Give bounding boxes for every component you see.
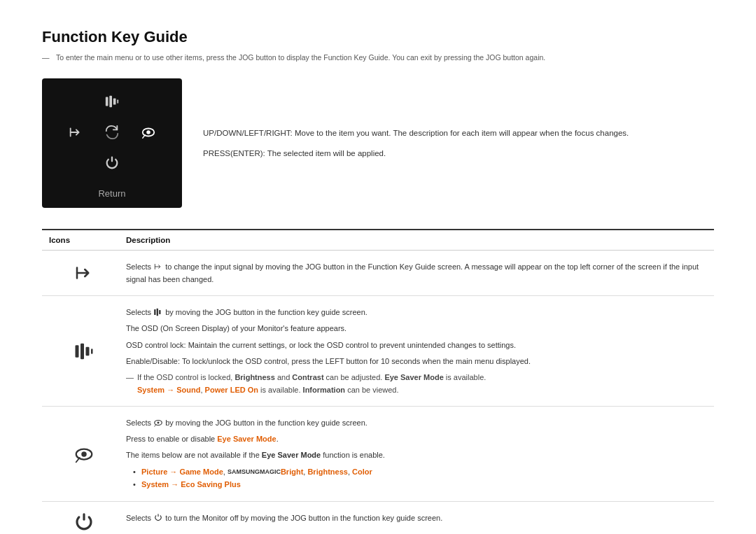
desc-eye-2: Press to enable or disable Eye Saver Mod… [126, 433, 707, 445]
icon-cell-input [42, 251, 126, 296]
desc-input: Selects to change the input signal by mo… [126, 251, 714, 296]
eye-saver-icon [49, 444, 119, 465]
top-section: Return UP/DOWN/LEFT/RIGHT: Move to the i… [42, 78, 714, 208]
jog-slot-empty-1 [63, 89, 88, 114]
jog-rotate-icon [99, 120, 125, 145]
desc-osd-1: Selects by moving the JOG button in the … [126, 306, 707, 318]
svg-rect-3 [117, 99, 118, 104]
jog-diagram: Return [42, 78, 182, 208]
desc-osd-2: The OSD (On Screen Display) of your Moni… [126, 322, 707, 335]
bullet-item-2: System → Eco Saving Plus [133, 478, 707, 491]
desc-osd: Selects by moving the JOG button in the … [126, 296, 714, 407]
col-icons: Icons [42, 230, 126, 251]
instruction-line2: PRESS(ENTER): The selected item will be … [203, 147, 714, 160]
page-subtitle: To enter the main menu or to use other i… [42, 53, 714, 62]
svg-rect-7 [80, 343, 84, 359]
desc-power: Selects to turn the Monitor off by movin… [126, 501, 714, 534]
inline-power-icon [153, 513, 163, 523]
jog-icons-grid [59, 87, 165, 177]
instructions: UP/DOWN/LEFT/RIGHT: Move to the item you… [203, 78, 714, 208]
table-row: Selects by moving the JOG button in the … [42, 296, 714, 407]
desc-eye-1: Selects by moving the JOG button in the … [126, 416, 707, 429]
svg-point-16 [158, 422, 160, 424]
svg-rect-12 [159, 310, 160, 314]
desc-eye-3: The items below are not available if the… [126, 449, 707, 461]
page-title: Function Key Guide [42, 28, 714, 46]
svg-rect-9 [91, 349, 93, 354]
bullet-item-1: Picture → Game Mode, SAMSUNGMAGICBright,… [133, 465, 707, 479]
jog-slot-empty-3 [63, 150, 88, 176]
svg-rect-10 [154, 309, 155, 315]
icon-cell-eye [42, 407, 126, 502]
inline-eye-icon [153, 418, 163, 428]
svg-rect-11 [157, 309, 158, 316]
table-row: Selects to change the input signal by mo… [42, 251, 714, 296]
inline-input-icon [153, 262, 163, 272]
svg-rect-8 [86, 346, 90, 356]
desc-power-text: Selects to turn the Monitor off by movin… [126, 512, 707, 524]
desc-input-text: Selects to change the input signal by mo… [126, 260, 707, 286]
desc-eye: Selects by moving the JOG button in the … [126, 407, 714, 502]
jog-eyesaver-icon [136, 120, 161, 145]
svg-rect-0 [106, 97, 108, 106]
jog-power-icon [99, 150, 125, 176]
desc-osd-3: OSD control lock: Maintain the current s… [126, 339, 707, 351]
power-icon [49, 512, 119, 533]
desc-osd-4: Enable/Disable: To lock/unlock the OSD c… [126, 355, 707, 367]
info-table: Icons Description Selects [42, 229, 714, 534]
return-label: Return [98, 188, 125, 199]
instruction-line1: UP/DOWN/LEFT/RIGHT: Move to the item you… [203, 127, 714, 139]
table-row: Selects to turn the Monitor off by movin… [42, 501, 714, 534]
desc-osd-note: If the OSD control is locked, Brightness… [126, 371, 707, 396]
eye-bullet-list: Picture → Game Mode, SAMSUNGMAGICBright,… [126, 465, 707, 491]
jog-osd-icon [99, 89, 125, 114]
table-row: Selects by moving the JOG button in the … [42, 407, 714, 502]
jog-slot-empty-2 [136, 89, 161, 114]
jog-slot-empty-4 [136, 150, 161, 176]
svg-rect-6 [76, 345, 79, 358]
svg-rect-2 [113, 98, 116, 104]
svg-rect-1 [109, 96, 112, 108]
inline-osd-icon [153, 307, 163, 317]
svg-point-14 [81, 451, 87, 457]
svg-point-5 [146, 130, 150, 134]
jog-input-icon [63, 120, 88, 145]
icon-cell-power [42, 501, 126, 534]
input-signal-icon [49, 262, 119, 283]
osd-icon [49, 341, 119, 362]
col-description: Description [126, 230, 714, 251]
icon-cell-osd [42, 296, 126, 407]
